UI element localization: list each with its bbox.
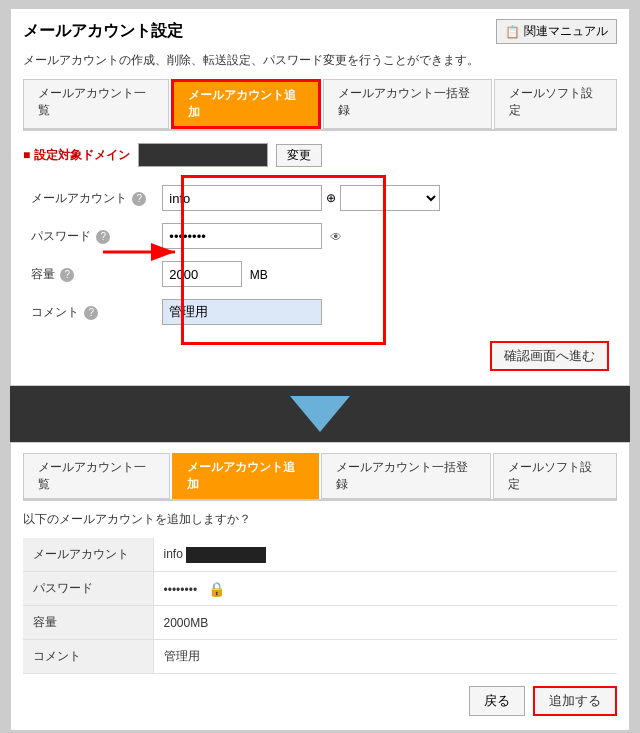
tab-account-add[interactable]: メールアカウント追加 [171, 79, 321, 129]
comment-input[interactable] [162, 299, 322, 325]
account-input[interactable] [162, 185, 322, 211]
capacity-help-icon[interactable]: ? [60, 268, 74, 282]
bottom-tab-account-add[interactable]: メールアカウント追加 [172, 453, 319, 499]
eye-icon[interactable]: 🔒 [208, 581, 225, 597]
add-button[interactable]: 追加する [533, 686, 617, 716]
comment-help-icon[interactable]: ? [84, 306, 98, 320]
account-help-icon[interactable]: ? [132, 192, 146, 206]
tab-bulk-register[interactable]: メールアカウント一括登録 [323, 79, 492, 129]
tab-mail-client[interactable]: メールソフト設定 [494, 79, 617, 129]
page-title: メールアカウント設定 [23, 21, 183, 42]
conf-account-label: メールアカウント [23, 538, 153, 572]
table-row: メールアカウント info [23, 538, 617, 572]
book-icon: 📋 [505, 25, 520, 39]
masked-domain [186, 547, 266, 563]
domain-section-label: ■ 設定対象ドメイン [23, 147, 130, 164]
bottom-tab-account-list[interactable]: メールアカウント一覧 [23, 453, 170, 499]
conf-capacity-value: 2000MB [153, 606, 617, 640]
capacity-input[interactable] [162, 261, 242, 287]
conf-comment-value: 管理用 [153, 640, 617, 674]
bottom-tab-mail-client[interactable]: メールソフト設定 [493, 453, 617, 499]
conf-comment-label: コメント [23, 640, 153, 674]
confirm-table: メールアカウント info パスワード •••••••• 🔒 容量 2000MB… [23, 538, 617, 674]
password-eye-icon[interactable]: 👁 [330, 230, 342, 244]
tab-account-list[interactable]: メールアカウント一覧 [23, 79, 169, 129]
back-button[interactable]: 戻る [469, 686, 525, 716]
bottom-tab-bulk[interactable]: メールアカウント一括登録 [321, 453, 491, 499]
confirm-button[interactable]: 確認画面へ進む [490, 341, 609, 371]
conf-password-value: •••••••• 🔒 [153, 572, 617, 606]
conf-password-label: パスワード [23, 572, 153, 606]
page-description: メールアカウントの作成、削除、転送設定、パスワード変更を行うことができます。 [23, 52, 617, 69]
section-arrow [10, 386, 630, 442]
password-input[interactable] [162, 223, 322, 249]
account-domain-select[interactable] [340, 185, 440, 211]
domain-change-button[interactable]: 変更 [276, 144, 322, 167]
account-label: メールアカウント [31, 191, 127, 205]
conf-account-value: info [153, 538, 617, 572]
mb-unit-label: MB [250, 268, 268, 282]
conf-capacity-label: 容量 [23, 606, 153, 640]
password-help-icon[interactable]: ? [96, 230, 110, 244]
domain-select[interactable] [138, 143, 268, 167]
password-label: パスワード [31, 229, 91, 243]
table-row: パスワード •••••••• 🔒 [23, 572, 617, 606]
capacity-label: 容量 [31, 267, 55, 281]
at-symbol: ⊕ [326, 191, 336, 205]
manual-button[interactable]: 📋 関連マニュアル [496, 19, 617, 44]
confirm-question: 以下のメールアカウントを追加しますか？ [23, 511, 617, 528]
table-row: 容量 2000MB [23, 606, 617, 640]
table-row: コメント 管理用 [23, 640, 617, 674]
comment-label: コメント [31, 305, 79, 319]
